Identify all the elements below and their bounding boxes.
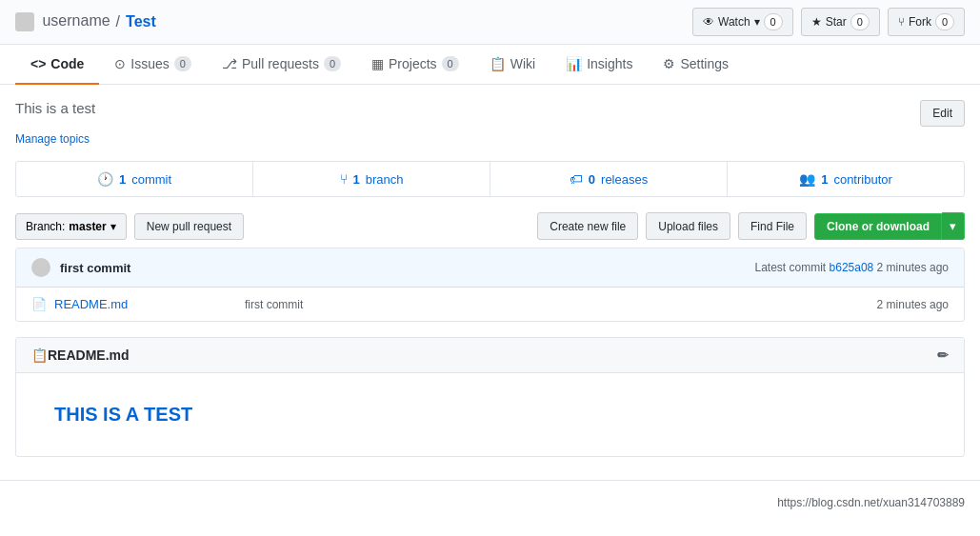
commit-time: 2 minutes ago [877,261,949,274]
clone-main-button[interactable]: Clone or download [814,213,942,240]
eye-icon: 👁 [703,15,714,29]
create-new-file-button[interactable]: Create new file [537,212,638,240]
top-bar: username / Test 👁 Watch ▾ 0 ★ Star 0 ⑂ F… [0,0,980,45]
contributors-count: 1 [821,172,828,187]
contributors-icon: 👥 [799,171,815,187]
tag-icon: 🏷 [570,171,583,187]
star-icon: ★ [811,15,822,29]
readme-table-icon: 📋 [31,347,48,363]
clone-dropdown-button[interactable]: ▾ [942,212,965,240]
readme-body-title: THIS IS A TEST [54,404,926,426]
new-pull-request-button[interactable]: New pull request [134,213,244,240]
tab-insights[interactable]: 📊 Insights [550,45,648,85]
manage-topics-link[interactable]: Manage topics [15,132,90,146]
pr-badge: 0 [324,56,341,71]
commit-icon: 🕐 [97,171,113,187]
commit-hash[interactable]: b625a08 [830,261,874,274]
stats-bar: 🕐 1 commit ⑂ 1 branch 🏷 0 releases 👥 1 c… [15,161,965,197]
main-content: This is a test Edit Manage topics 🕐 1 co… [0,85,980,472]
file-icon: 📄 [31,297,47,311]
settings-icon: ⚙ [663,56,675,71]
repo-description-row: This is a test Edit [15,100,965,127]
readme-box: 📋 README.md ✏ THIS IS A TEST [15,337,965,457]
tab-projects[interactable]: ▦ Projects 0 [356,45,474,85]
repo-owner: username [15,12,110,31]
repo-description: This is a test [15,100,95,116]
chevron-down-icon: ▾ [754,15,760,29]
branches-count: 1 [353,172,360,187]
file-time: 2 minutes ago [877,298,949,311]
tab-bar: <> Code ⊙ Issues 0 ⎇ Pull requests 0 ▦ P… [0,45,980,85]
tab-issues[interactable]: ⊙ Issues 0 [99,45,207,85]
insights-icon: 📊 [566,56,582,71]
find-file-button[interactable]: Find File [738,212,807,240]
edit-description-button[interactable]: Edit [920,100,965,127]
branch-icon: ⑂ [340,171,348,187]
releases-stat[interactable]: 🏷 0 releases [490,162,728,196]
latest-commit-label: Latest commit [755,261,827,274]
projects-badge: 0 [442,56,459,71]
branch-label: Branch: [26,220,65,233]
star-button[interactable]: ★ Star 0 [801,8,880,36]
star-count: 0 [850,13,870,30]
issues-icon: ⊙ [114,56,126,71]
edit-readme-icon[interactable]: ✏ [937,347,949,363]
fork-icon: ⑂ [898,15,905,29]
issues-badge: 0 [174,56,191,71]
avatar [31,258,50,277]
slash: / [116,13,120,30]
branch-name: master [69,220,106,233]
commits-stat[interactable]: 🕐 1 commit [16,162,253,196]
fork-count: 0 [935,13,954,30]
commit-header: first commit Latest commit b625a08 2 min… [16,248,964,288]
commit-message: first commit [60,261,746,275]
readme-title: README.md [48,347,130,363]
table-row: 📄 README.md first commit 2 minutes ago [16,288,964,321]
code-icon: <> [30,56,46,71]
repo-title: username / Test [15,12,156,31]
branch-row: Branch: master ▾ New pull request Create… [15,212,965,240]
repo-name[interactable]: Test [126,13,156,30]
footer: https://blog.csdn.net/xuan314703889 [0,480,980,525]
file-commit-message: first commit [245,298,877,311]
commit-meta: Latest commit b625a08 2 minutes ago [755,261,950,274]
upload-files-button[interactable]: Upload files [646,212,730,240]
fork-button[interactable]: ⑂ Fork 0 [888,8,965,36]
tab-code[interactable]: <> Code [15,45,99,85]
branch-left: Branch: master ▾ New pull request [15,213,244,240]
file-table: first commit Latest commit b625a08 2 min… [15,248,965,322]
releases-count: 0 [589,172,595,187]
clone-or-download-button: Clone or download ▾ [814,212,965,240]
contributors-stat[interactable]: 👥 1 contributor [728,162,964,196]
branches-stat[interactable]: ⑂ 1 branch [253,162,490,196]
branches-label: branch [366,172,404,187]
wiki-icon: 📋 [490,56,506,71]
watch-button[interactable]: 👁 Watch ▾ 0 [692,8,793,36]
branch-selector[interactable]: Branch: master ▾ [15,213,127,240]
readme-content: THIS IS A TEST [16,373,964,456]
file-name[interactable]: README.md [54,297,245,311]
contributors-label: contributor [833,172,891,187]
chevron-down-icon: ▾ [110,220,116,233]
projects-icon: ▦ [371,56,384,71]
tab-settings[interactable]: ⚙ Settings [648,45,744,85]
tab-wiki[interactable]: 📋 Wiki [474,45,550,85]
releases-label: releases [601,172,648,187]
footer-url: https://blog.csdn.net/xuan314703889 [777,496,965,509]
commits-label: commit [131,172,171,187]
top-actions: 👁 Watch ▾ 0 ★ Star 0 ⑂ Fork 0 [692,8,965,36]
watch-count: 0 [764,13,783,30]
tab-pull-requests[interactable]: ⎇ Pull requests 0 [207,45,356,85]
chevron-down-icon: ▾ [950,219,956,233]
branch-right: Create new file Upload files Find File C… [537,212,965,240]
readme-header: 📋 README.md ✏ [16,338,964,373]
pr-icon: ⎇ [222,56,237,71]
commits-count: 1 [119,172,126,187]
